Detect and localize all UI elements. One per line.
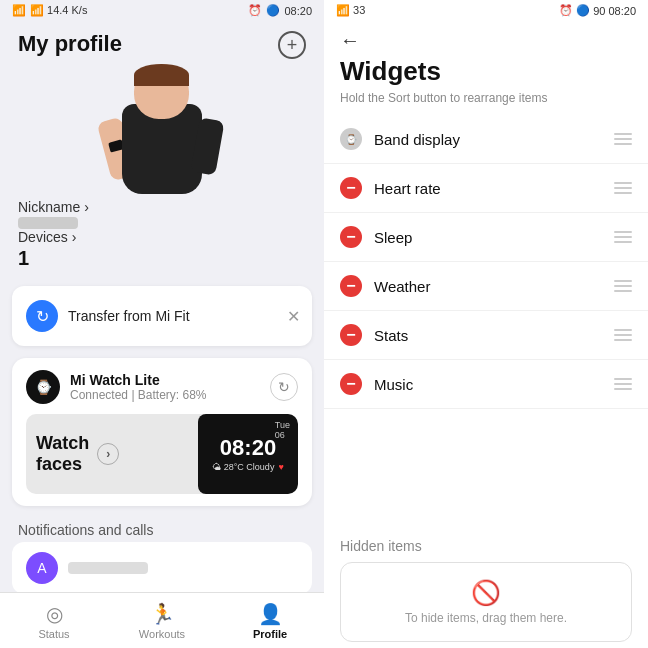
- status-left-icons: 📶 📶 14.4 K/s: [12, 4, 87, 17]
- drag-handle-sleep[interactable]: [614, 231, 632, 243]
- time-left: 08:20: [284, 5, 312, 17]
- avatar-figure: [102, 64, 222, 194]
- hidden-drop-zone[interactable]: 🚫 To hide items, drag them here.: [340, 562, 632, 642]
- watch-face-label: Watchfaces ›: [26, 421, 198, 487]
- nickname-value-blur: [18, 217, 78, 229]
- widget-item-stats[interactable]: − Stats: [324, 311, 648, 360]
- profile-title: My profile: [18, 31, 122, 57]
- watch-face-text: Watchfaces: [36, 433, 89, 475]
- watch-weather: 🌤 28°C Cloudy: [212, 462, 274, 472]
- watch-bottom-row: 🌤 28°C Cloudy ♥: [212, 462, 283, 472]
- status-bar-left: 📶 📶 14.4 K/s ⏰ 🔵 08:20: [0, 0, 324, 21]
- hidden-section: Hidden items 🚫 To hide items, drag them …: [324, 526, 648, 648]
- time-right: 08:20: [608, 5, 636, 17]
- transfer-icon: ↻: [26, 300, 58, 332]
- transfer-card[interactable]: ↻ Transfer from Mi Fit ✕: [12, 286, 312, 346]
- bottom-nav: ◎ Status 🏃 Workouts 👤 Profile: [0, 592, 324, 648]
- drag-handle-band-display[interactable]: [614, 133, 632, 145]
- profile-header: My profile +: [0, 21, 324, 59]
- remove-sleep-button[interactable]: −: [340, 226, 362, 248]
- workouts-nav-icon: 🏃: [150, 602, 175, 626]
- widgets-title: Widgets: [324, 52, 648, 91]
- remove-weather-button[interactable]: −: [340, 275, 362, 297]
- nav-item-workouts[interactable]: 🏃 Workouts: [108, 602, 216, 640]
- right-panel: 📶 33 ⏰ 🔵 90 08:20 ← Widgets Hold the Sor…: [324, 0, 648, 648]
- bluetooth-icon-r: 🔵: [576, 4, 590, 17]
- data-speed: 📶 14.4 K/s: [30, 4, 87, 17]
- avatar-hair: [134, 64, 189, 86]
- widget-label-band-display: Band display: [374, 131, 602, 148]
- devices-row[interactable]: Devices ›: [18, 229, 306, 245]
- remove-stats-button[interactable]: −: [340, 324, 362, 346]
- left-panel: 📶 📶 14.4 K/s ⏰ 🔵 08:20 My profile + Nick…: [0, 0, 324, 648]
- widget-label-weather: Weather: [374, 278, 602, 295]
- status-nav-label: Status: [38, 628, 69, 640]
- watch-face-screen: Tue06 08:20 🌤 28°C Cloudy ♥: [198, 414, 298, 494]
- signal-icon: 📶: [12, 4, 26, 17]
- eye-slash-icon: 🚫: [471, 579, 501, 607]
- drag-handle-weather[interactable]: [614, 280, 632, 292]
- hidden-section-title: Hidden items: [340, 538, 632, 554]
- remove-heart-rate-button[interactable]: −: [340, 177, 362, 199]
- battery-icon: 90: [593, 5, 605, 17]
- notif-text-blur: [68, 562, 148, 574]
- widget-item-music[interactable]: − Music: [324, 360, 648, 409]
- device-status: Connected | Battery: 68%: [70, 388, 260, 402]
- nickname-chevron: ›: [84, 199, 89, 215]
- devices-count: 1: [18, 247, 306, 270]
- widget-item-band-display[interactable]: ⌚ Band display: [324, 115, 648, 164]
- device-card: ⌚ Mi Watch Lite Connected | Battery: 68%…: [12, 358, 312, 506]
- back-button[interactable]: ←: [324, 21, 648, 52]
- widget-label-music: Music: [374, 376, 602, 393]
- watch-face-chevron: ›: [97, 443, 119, 465]
- nav-item-profile[interactable]: 👤 Profile: [216, 602, 324, 640]
- watch-heart: ♥: [278, 462, 283, 472]
- device-icon: ⌚: [26, 370, 60, 404]
- remove-music-button[interactable]: −: [340, 373, 362, 395]
- watch-face-area[interactable]: Watchfaces › Tue06 08:20 🌤 28°C Cloudy ♥: [26, 414, 298, 494]
- widget-item-weather[interactable]: − Weather: [324, 262, 648, 311]
- profile-info: Nickname › Devices › 1: [0, 199, 324, 280]
- notifications-section-label: Notifications and calls: [0, 512, 324, 542]
- alarm-icon: ⏰: [248, 4, 262, 17]
- status-right-right: ⏰ 🔵 90 08:20: [559, 4, 636, 17]
- alarm-icon-r: ⏰: [559, 4, 573, 17]
- status-bar-right: 📶 33 ⏰ 🔵 90 08:20: [324, 0, 648, 21]
- band-display-icon: ⌚: [340, 128, 362, 150]
- avatar-area: [0, 59, 324, 199]
- device-header: ⌚ Mi Watch Lite Connected | Battery: 68%…: [26, 370, 298, 404]
- add-button[interactable]: +: [278, 31, 306, 59]
- watch-date: Tue06: [275, 420, 290, 440]
- status-right-icons: ⏰ 🔵 08:20: [248, 4, 312, 17]
- status-right-left: 📶 33: [336, 4, 365, 17]
- workouts-nav-label: Workouts: [139, 628, 185, 640]
- drag-handle-music[interactable]: [614, 378, 632, 390]
- notif-avatar: A: [26, 552, 58, 584]
- profile-nav-label: Profile: [253, 628, 287, 640]
- transfer-text: Transfer from Mi Fit: [68, 308, 298, 324]
- watch-time: 08:20: [220, 437, 276, 459]
- devices-chevron: ›: [72, 229, 77, 245]
- devices-label: Devices: [18, 229, 68, 245]
- nickname-label: Nickname: [18, 199, 80, 215]
- widgets-hint: Hold the Sort button to rearrange items: [324, 91, 648, 115]
- hidden-hint-text: To hide items, drag them here.: [405, 611, 567, 625]
- transfer-close-button[interactable]: ✕: [287, 307, 300, 326]
- bluetooth-icon: 🔵: [266, 4, 280, 17]
- profile-nav-icon: 👤: [258, 602, 283, 626]
- refresh-button[interactable]: ↻: [270, 373, 298, 401]
- widget-label-stats: Stats: [374, 327, 602, 344]
- status-nav-icon: ◎: [46, 602, 63, 626]
- widget-item-sleep[interactable]: − Sleep: [324, 213, 648, 262]
- widget-item-heart-rate[interactable]: − Heart rate: [324, 164, 648, 213]
- nickname-row[interactable]: Nickname ›: [18, 199, 306, 215]
- notification-item[interactable]: A: [12, 542, 312, 594]
- device-info: Mi Watch Lite Connected | Battery: 68%: [70, 372, 260, 402]
- widget-list: ⌚ Band display − Heart rate − Sleep: [324, 115, 648, 526]
- widget-label-sleep: Sleep: [374, 229, 602, 246]
- widget-label-heart-rate: Heart rate: [374, 180, 602, 197]
- drag-handle-heart-rate[interactable]: [614, 182, 632, 194]
- nav-item-status[interactable]: ◎ Status: [0, 602, 108, 640]
- drag-handle-stats[interactable]: [614, 329, 632, 341]
- device-name: Mi Watch Lite: [70, 372, 260, 388]
